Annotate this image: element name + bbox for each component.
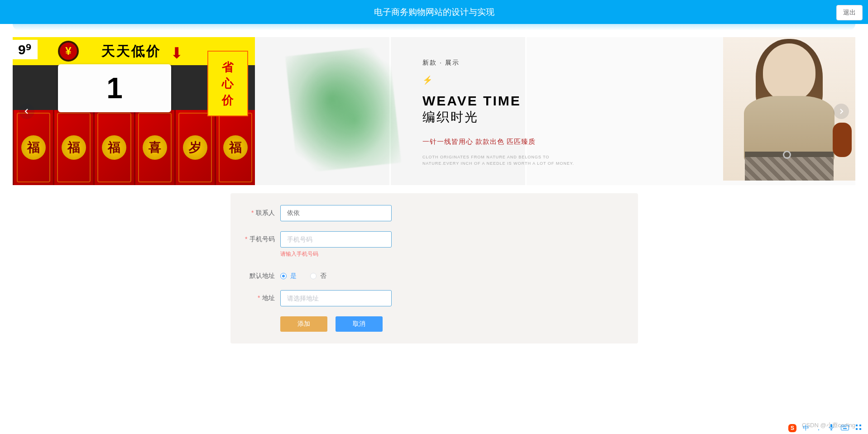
banner-carousel: 9⁹ ¥ 天天低价 ⬇ 省 心 价 1 福 福 福 喜 岁 福 新款 · 展示 … xyxy=(13,37,855,185)
svg-rect-0 xyxy=(830,424,832,428)
contact-label: 联系人 xyxy=(234,205,275,217)
phone-input[interactable] xyxy=(280,231,392,248)
ime-menu-icon[interactable] xyxy=(855,424,862,432)
ime-punctuation-toggle[interactable]: ， xyxy=(815,424,822,432)
add-button[interactable]: 添加 xyxy=(280,316,327,332)
svg-rect-2 xyxy=(842,426,843,427)
logout-button[interactable]: 退出 xyxy=(836,5,863,20)
phone-label: 手机号码 xyxy=(234,231,275,243)
ime-logo-icon[interactable]: S xyxy=(788,424,796,432)
radio-icon xyxy=(280,273,287,279)
weave-title-en: WEAVE TIME xyxy=(422,93,581,109)
palm-decoration xyxy=(285,46,401,174)
carousel-slide-right: 新款 · 展示 ⚡ WEAVE TIME 编织时光 一针一线皆用心 款款出色 匹… xyxy=(255,37,855,185)
price-sign: 1 xyxy=(58,64,171,112)
weave-title-cn: 编织时光 xyxy=(422,109,581,126)
phone-error-text: 请输入手机号码 xyxy=(280,250,392,258)
bolt-icon: ⚡ xyxy=(422,75,581,85)
carousel-prev-button[interactable] xyxy=(19,104,34,119)
yen-icon: ¥ xyxy=(58,41,79,62)
chevron-right-icon xyxy=(839,109,844,114)
microphone-icon[interactable] xyxy=(828,424,834,432)
contact-input[interactable] xyxy=(280,205,392,221)
arrow-down-icon: ⬇ xyxy=(170,44,183,62)
vertical-promo-text: 省 心 价 xyxy=(207,51,248,116)
svg-rect-8 xyxy=(856,428,858,430)
address-select[interactable] xyxy=(280,290,392,306)
chevron-left-icon xyxy=(24,109,29,114)
red-envelopes-row: 福 福 福 喜 岁 福 xyxy=(13,110,255,185)
svg-rect-1 xyxy=(841,425,849,430)
carousel-next-button[interactable] xyxy=(834,104,849,119)
radio-icon xyxy=(310,273,317,279)
default-address-yes-radio[interactable]: 是 xyxy=(280,272,297,280)
radio-no-label: 否 xyxy=(320,272,326,280)
page-title: 电子商务购物网站的设计与实现 xyxy=(374,6,494,18)
svg-rect-6 xyxy=(856,424,858,426)
default-address-no-radio[interactable]: 否 xyxy=(310,272,326,280)
radio-yes-label: 是 xyxy=(290,272,297,280)
cancel-button[interactable]: 取消 xyxy=(336,316,383,332)
address-label: 地址 xyxy=(234,290,275,302)
price-badge: 9⁹ xyxy=(13,40,38,59)
svg-rect-9 xyxy=(859,428,861,430)
address-form-panel: 联系人 手机号码 请输入手机号码 默认地址 是 否 地址 xyxy=(230,193,638,343)
low-price-text: 天天低价 xyxy=(101,42,161,61)
svg-rect-3 xyxy=(844,426,844,427)
weave-red-line: 一针一线皆用心 款款出色 匹匹臻质 xyxy=(422,138,581,146)
weave-grey-line-2: NATURE.EVERY INCH OF A NEEDLE IS WORTH A… xyxy=(422,161,581,167)
svg-rect-7 xyxy=(859,424,861,426)
keyboard-icon[interactable] xyxy=(841,424,849,432)
decoration-band xyxy=(13,24,855,30)
ime-toolbar[interactable]: S 中 ， xyxy=(788,424,862,432)
svg-rect-4 xyxy=(845,426,846,427)
weave-grey-line-1: CLOTH ORIGINATES FROM NATURE AND BELONGS… xyxy=(422,154,581,161)
weave-small-title: 新款 · 展示 xyxy=(422,59,581,67)
svg-rect-5 xyxy=(843,428,847,429)
ime-language-toggle[interactable]: 中 xyxy=(803,424,809,432)
carousel-slide-left: 9⁹ ¥ 天天低价 ⬇ 省 心 价 1 福 福 福 喜 岁 福 xyxy=(13,37,255,185)
default-address-label: 默认地址 xyxy=(234,268,275,280)
weave-text-block: 新款 · 展示 ⚡ WEAVE TIME 编织时光 一针一线皆用心 款款出色 匹… xyxy=(422,59,581,167)
